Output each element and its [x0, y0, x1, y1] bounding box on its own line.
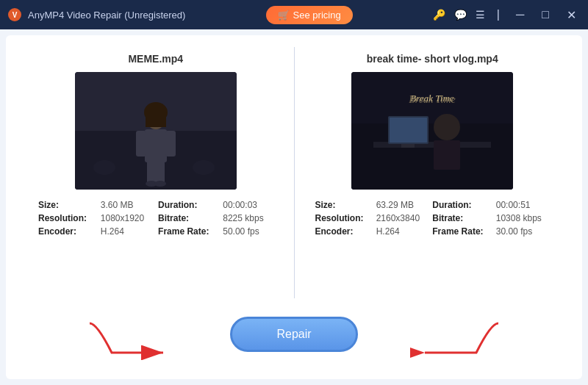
left-encoder-value: H.264 [101, 226, 154, 237]
cart-icon: 🛒 [278, 10, 290, 21]
repair-label: Repair [276, 328, 311, 340]
key-icon[interactable]: 🔑 [433, 9, 445, 21]
right-encoder-label: Encoder: [315, 226, 372, 237]
right-resolution-value: 2160x3840 [376, 213, 429, 223]
left-duration-value: 00:00:03 [223, 200, 273, 210]
svg-text:Break Time: Break Time [411, 93, 454, 104]
left-panel: MEME.mp4 [24, 47, 288, 298]
right-video-title: break time- short vlog.mp4 [367, 53, 498, 65]
app-title: AnyMP4 Video Repair (Unregistered) [28, 10, 185, 21]
right-size-label: Size: [315, 200, 372, 210]
svg-text:V: V [12, 11, 18, 19]
title-bar-left: V AnyMP4 Video Repair (Unregistered) [7, 7, 185, 22]
right-size-value: 63.29 MB [376, 200, 429, 210]
left-bitrate-value: 8225 kbps [223, 213, 273, 223]
divider: | [497, 8, 500, 21]
app-icon: V [7, 7, 22, 22]
right-video-info: Size: 63.29 MB Duration: 00:00:51 Resolu… [312, 200, 553, 237]
title-bar-right: 🔑 💬 ☰ | ─ □ ✕ [433, 7, 581, 24]
right-framerate-label: Frame Rate: [432, 226, 492, 237]
bottom-area: Repair [24, 301, 564, 367]
left-encoder-label: Encoder: [38, 226, 96, 237]
svg-rect-25 [351, 72, 513, 190]
title-bar-center: 🛒 See pricing [266, 6, 353, 24]
right-duration-value: 00:00:51 [496, 200, 550, 210]
svg-rect-8 [136, 131, 146, 156]
left-video-title: MEME.mp4 [128, 53, 183, 65]
left-resolution-label: Resolution: [38, 213, 96, 223]
main-content: MEME.mp4 [6, 35, 582, 379]
left-video-thumbnail [75, 72, 237, 190]
left-video-info: Size: 3.60 MB Duration: 00:00:03 Resolut… [35, 200, 276, 237]
svg-rect-9 [165, 131, 176, 156]
left-bitrate-label: Bitrate: [158, 213, 218, 223]
left-thumb-svg [75, 72, 237, 190]
title-bar: V AnyMP4 Video Repair (Unregistered) 🛒 S… [0, 0, 588, 29]
repair-button[interactable]: Repair [230, 317, 357, 352]
right-duration-label: Duration: [432, 200, 492, 210]
see-pricing-button[interactable]: 🛒 See pricing [266, 6, 353, 24]
left-framerate-value: 50.00 fps [223, 226, 273, 237]
svg-rect-10 [147, 160, 156, 182]
right-panel: break time- short vlog.mp4 [301, 47, 565, 298]
svg-rect-7 [145, 129, 167, 162]
see-pricing-label: See pricing [293, 10, 341, 21]
right-framerate-value: 30.00 fps [496, 226, 550, 237]
right-bitrate-label: Bitrate: [432, 213, 492, 223]
right-video-thumbnail: Break Time Break Time [351, 72, 513, 190]
chat-icon[interactable]: 💬 [454, 9, 467, 21]
svg-rect-11 [156, 160, 165, 182]
left-size-label: Size: [38, 200, 96, 210]
svg-rect-6 [146, 112, 166, 127]
close-button[interactable]: ✕ [562, 7, 581, 24]
right-arrow [410, 316, 506, 360]
svg-point-13 [154, 181, 166, 187]
right-thumb-svg: Break Time Break Time [351, 72, 513, 190]
left-arrow [82, 316, 178, 360]
left-size-value: 3.60 MB [101, 200, 154, 210]
right-resolution-label: Resolution: [315, 213, 372, 223]
right-encoder-value: H.264 [376, 226, 429, 237]
left-duration-label: Duration: [158, 200, 218, 210]
panel-divider [294, 47, 295, 298]
svg-point-15 [193, 160, 215, 175]
left-resolution-value: 1080x1920 [101, 213, 154, 223]
menu-icon[interactable]: ☰ [476, 9, 485, 21]
panels-row: MEME.mp4 [24, 47, 564, 298]
svg-point-14 [93, 160, 115, 175]
left-framerate-label: Frame Rate: [158, 226, 218, 237]
minimize-button[interactable]: ─ [512, 7, 528, 23]
right-bitrate-value: 10308 kbps [496, 213, 550, 223]
maximize-button[interactable]: □ [537, 7, 553, 23]
